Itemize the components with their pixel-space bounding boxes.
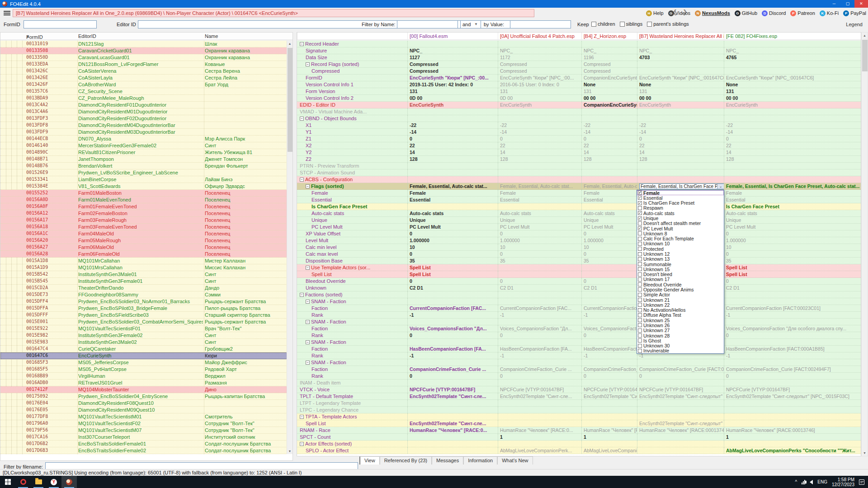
field-value-cell[interactable]: 14 [724, 149, 861, 155]
field-value-cell[interactable]: 14 [498, 149, 581, 155]
field-value-cell[interactable]: C2 D1 [724, 285, 861, 291]
field-value-cell[interactable] [407, 339, 498, 345]
field-value-cell[interactable]: 0 [498, 251, 581, 257]
field-value-cell[interactable] [407, 400, 498, 406]
field-value-cell[interactable]: 1 [724, 434, 861, 440]
field-value-cell[interactable] [581, 441, 637, 447]
record-field-row[interactable]: FactionCompanionCrimeFaction_Curie ...Co… [297, 366, 861, 373]
field-value-cell[interactable] [498, 359, 581, 366]
right-scrollbar[interactable]: ▲ ▼ [861, 32, 868, 456]
field-value-cell[interactable] [581, 380, 637, 386]
checkbox-unchecked-icon[interactable] [638, 237, 642, 241]
field-value-cell[interactable]: 35 [407, 258, 498, 264]
npc-row[interactable]: 00176E05DiamondCityResidentM09Quest10 [0, 407, 287, 413]
field-value-cell[interactable] [407, 298, 498, 305]
field-value-cell[interactable]: 0 [581, 230, 637, 237]
npc-row[interactable]: 0015E001Prydwen_EncBoSSoldier03_CombatAr… [0, 319, 287, 325]
field-value-cell[interactable] [637, 41, 724, 47]
field-value-cell[interactable] [498, 441, 581, 447]
field-value-cell[interactable]: NPC_ [581, 47, 637, 54]
npc-row[interactable]: 0013FDF8DiamondCityResidentM04DugoutInte… [0, 122, 287, 129]
ko-fi-link[interactable]: KKo-Fi [820, 10, 839, 16]
field-value-cell[interactable] [498, 108, 581, 115]
field-value-cell[interactable] [637, 434, 724, 440]
flag-option[interactable]: Calc For Each Template [637, 236, 724, 241]
field-value-cell[interactable]: 0 [637, 136, 724, 142]
checkbox-checked-icon[interactable]: ✓ [638, 196, 642, 200]
flag-option[interactable]: Doesn't affect stealth meter [637, 221, 724, 226]
field-value-cell[interactable]: Compressed [407, 68, 498, 74]
breadcrumb[interactable]: [B7] Wasteland Heroines Replacer All in … [13, 9, 534, 17]
scroll-up-icon[interactable]: ▲ [287, 41, 292, 47]
field-value-cell[interactable] [724, 68, 861, 74]
npc-row[interactable]: 00148B76BrendanVolkertБрендан Фолькерт [0, 163, 287, 169]
field-value-cell[interactable]: EncCurieSynth [498, 102, 581, 108]
field-value-cell[interactable]: 00 00 [637, 95, 724, 101]
field-value-cell[interactable]: AbMagLiveLoveCompanionPerk... [498, 447, 581, 454]
language-indicator[interactable]: ENG [817, 479, 827, 484]
record-field-row[interactable]: VMAD - Virtual Machine Ada... [297, 108, 861, 115]
record-field-row[interactable]: −TPTA - Template Actors [297, 413, 861, 420]
field-value-cell[interactable]: 0D 00 [407, 95, 498, 101]
field-value-cell[interactable]: 0 [637, 373, 724, 379]
checkbox-checked-icon[interactable]: ✓ [638, 211, 642, 215]
record-field-row[interactable]: Z2128128128128128 [297, 156, 861, 163]
collapse-expander-icon[interactable]: − [306, 266, 310, 270]
field-value-cell[interactable] [637, 407, 724, 413]
record-field-row[interactable]: STCP - Animation Sound [297, 169, 861, 176]
field-value-cell[interactable] [637, 61, 724, 67]
field-value-cell[interactable]: -1 [498, 352, 581, 359]
field-value-cell[interactable]: Spell List [407, 264, 498, 271]
field-value-cell[interactable]: Spell List [407, 271, 498, 277]
field-value-cell[interactable] [498, 115, 581, 122]
field-value-cell[interactable] [581, 115, 637, 122]
npc-row[interactable]: 00156A18Farm03FemaleEvenTonedПоселенец [0, 224, 287, 230]
npc-row[interactable]: 0013FDF9DiamondCityResidentM03DugoutInte… [0, 129, 287, 136]
field-value-cell[interactable]: 0 [581, 136, 637, 142]
flag-option[interactable]: Unknown 28 [637, 333, 724, 338]
field-value-cell[interactable] [637, 163, 724, 169]
field-value-cell[interactable]: HumanRace "Человек" [RACE:00013746] [724, 427, 861, 433]
flag-option[interactable]: No Activation/Hellos [637, 307, 724, 312]
field-value-cell[interactable]: HumanRace "Человек" [RACE:0... [498, 427, 581, 433]
right-scrollbar-thumb[interactable] [862, 40, 868, 71]
taskbar-file-explorer-icon[interactable] [31, 476, 46, 488]
checkbox-unchecked-icon[interactable] [638, 272, 642, 277]
field-value-cell[interactable]: 0 [724, 278, 861, 284]
field-value-cell[interactable]: 131 [637, 88, 724, 94]
record-field-row[interactable]: FactionHasBeenCompanionFaction [FA...Has… [297, 346, 861, 352]
field-value-cell[interactable]: 22 [637, 142, 724, 149]
field-value-cell[interactable]: 128 [407, 156, 498, 162]
tab-view[interactable]: View [359, 456, 380, 465]
npc-row[interactable]: 00156A27Farm06MaleOldПоселенец [0, 244, 287, 251]
field-value-cell[interactable] [724, 441, 861, 447]
checkbox-unchecked-icon[interactable] [638, 206, 642, 210]
record-field-row[interactable]: LTPC - Legendary Chance [297, 407, 861, 413]
flag-option[interactable]: Unknown 12 [637, 251, 724, 256]
field-value-cell[interactable]: 4765 [724, 54, 861, 61]
field-value-cell[interactable]: 0 [407, 332, 498, 338]
record-field-row[interactable]: PC Level MultPC Level MultPC Level MultP… [297, 224, 861, 230]
field-value-cell[interactable]: 1196 [581, 54, 637, 61]
field-value-cell[interactable]: EncSynth02Template "Синт-сле... [498, 393, 581, 399]
taskbar-opera-icon[interactable] [15, 476, 31, 488]
taskbar-fo4edit-icon[interactable] [61, 476, 77, 488]
field-value-cell[interactable] [407, 434, 498, 440]
npc-row[interactable]: 0015CD2ATheaterDrifterDandoДандо [0, 285, 287, 291]
record-field-row[interactable]: LTPT - Legendary Template [297, 400, 861, 407]
npc-row[interactable]: 00156A0FFarm01FemaleEvenTonedПоселенец [0, 203, 287, 210]
field-value-cell[interactable]: CompanionEncCurieSynth [581, 102, 637, 108]
field-value-cell[interactable] [498, 203, 581, 210]
field-value-cell[interactable]: -22 [498, 122, 581, 128]
npc-row[interactable]: 0017D6B3EncBoSTraitsSoldierFemale02Солда… [0, 447, 287, 454]
field-value-cell[interactable]: 10 [498, 244, 581, 250]
collapse-expander-icon[interactable]: − [306, 340, 310, 344]
field-value-cell[interactable] [637, 359, 724, 366]
flag-option[interactable]: ✓Female [637, 190, 724, 195]
field-value-cell[interactable]: 0 [581, 332, 637, 338]
field-value-cell[interactable] [498, 400, 581, 406]
videos-link[interactable]: GVideos [668, 10, 690, 16]
field-value-cell[interactable]: 22 [407, 142, 498, 149]
npc-row[interactable]: 00156A28Farm06FemaleOldПоселенец [0, 251, 287, 258]
record-field-row[interactable]: Version Control Info 12019-11-25 User: 4… [297, 81, 861, 88]
